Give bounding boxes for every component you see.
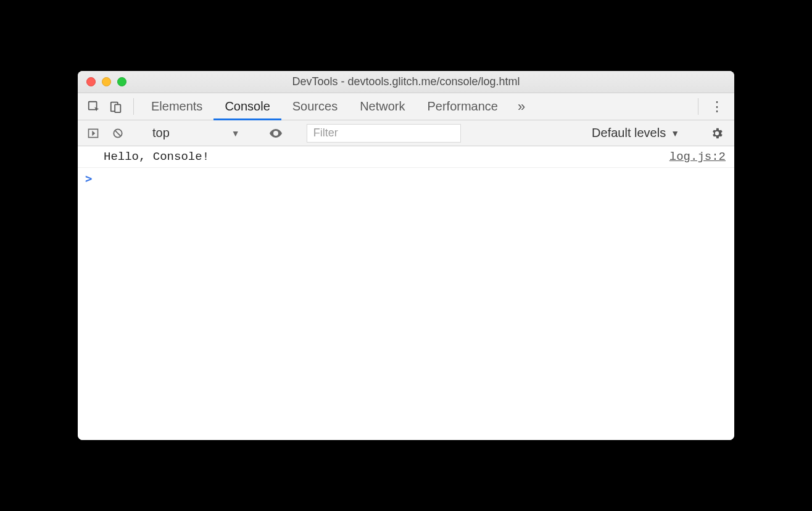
tab-label: Network bbox=[360, 99, 405, 114]
separator bbox=[133, 98, 134, 115]
inspect-element-icon[interactable] bbox=[83, 93, 105, 120]
tab-label: Sources bbox=[292, 99, 338, 114]
prompt-chevron-icon: > bbox=[85, 172, 92, 185]
clear-console-icon[interactable] bbox=[107, 127, 128, 139]
context-selector[interactable]: top ▼ bbox=[149, 126, 245, 140]
console-toolbar: top ▼ Default levels ▼ bbox=[78, 120, 734, 146]
context-label: top bbox=[152, 126, 170, 140]
log-source-link[interactable]: log.js:2 bbox=[669, 150, 726, 164]
devtools-window: DevTools - devtools.glitch.me/console/lo… bbox=[78, 71, 734, 440]
log-levels-selector[interactable]: Default levels ▼ bbox=[587, 126, 684, 140]
svg-line-5 bbox=[115, 130, 120, 136]
levels-label: Default levels bbox=[592, 126, 666, 140]
log-message-text: Hello, Console! bbox=[104, 150, 209, 164]
tab-label: Elements bbox=[151, 99, 202, 114]
device-toolbar-icon[interactable] bbox=[105, 93, 127, 120]
tab-label: Performance bbox=[428, 99, 499, 114]
zoom-window-button[interactable] bbox=[117, 77, 126, 86]
live-expression-icon[interactable] bbox=[265, 126, 286, 141]
tab-label: Console bbox=[225, 99, 270, 114]
console-settings-icon[interactable] bbox=[705, 127, 729, 140]
dropdown-icon: ▼ bbox=[231, 128, 240, 138]
panel-tabbar: Elements Console Sources Network Perform… bbox=[78, 93, 734, 120]
separator bbox=[698, 98, 698, 115]
minimize-window-button[interactable] bbox=[102, 77, 111, 86]
svg-point-6 bbox=[275, 132, 277, 135]
svg-rect-2 bbox=[115, 104, 120, 112]
more-tabs-icon[interactable]: » bbox=[509, 93, 534, 120]
log-message-row: Hello, Console! log.js:2 bbox=[78, 146, 734, 168]
console-prompt[interactable]: > bbox=[78, 168, 734, 189]
panel-tabs: Elements Console Sources Network Perform… bbox=[140, 93, 509, 120]
toggle-sidebar-icon[interactable] bbox=[83, 127, 104, 139]
dropdown-icon: ▼ bbox=[671, 128, 679, 138]
tab-network[interactable]: Network bbox=[349, 93, 416, 120]
traffic-lights bbox=[78, 77, 126, 86]
tab-sources[interactable]: Sources bbox=[281, 93, 349, 120]
close-window-button[interactable] bbox=[86, 77, 96, 86]
window-title: DevTools - devtools.glitch.me/console/lo… bbox=[78, 75, 734, 88]
tab-performance[interactable]: Performance bbox=[416, 93, 510, 120]
tab-console[interactable]: Console bbox=[213, 93, 281, 120]
console-output: Hello, Console! log.js:2 > bbox=[78, 146, 734, 440]
filter-input[interactable] bbox=[307, 124, 461, 143]
tab-elements[interactable]: Elements bbox=[140, 93, 213, 120]
titlebar: DevTools - devtools.glitch.me/console/lo… bbox=[78, 71, 734, 93]
devtools-menu-icon[interactable]: ⋮ bbox=[705, 93, 729, 120]
